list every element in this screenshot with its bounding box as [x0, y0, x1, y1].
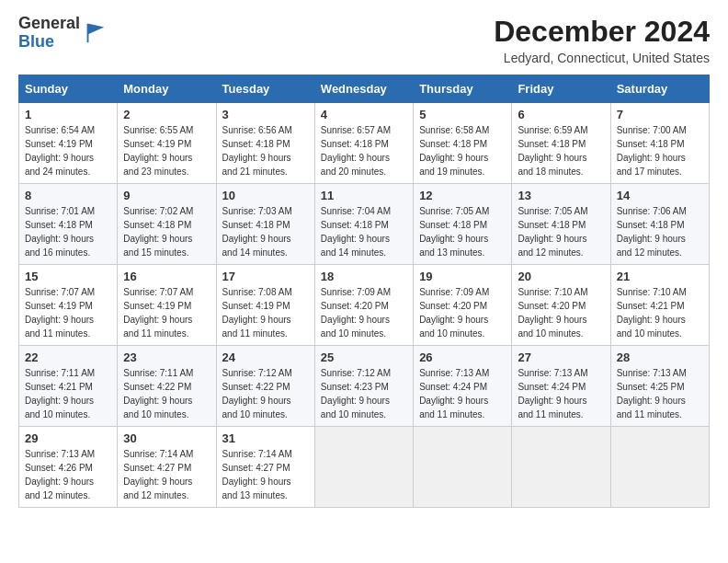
calendar-table: SundayMondayTuesdayWednesdayThursdayFrid… — [18, 75, 710, 508]
day-number: 4 — [321, 108, 407, 121]
calendar-week-1: 1Sunrise: 6:54 AMSunset: 4:19 PMDaylight… — [19, 103, 710, 184]
calendar-cell: 2Sunrise: 6:55 AMSunset: 4:19 PMDaylight… — [118, 103, 216, 184]
calendar-cell: 25Sunrise: 7:12 AMSunset: 4:23 PMDayligh… — [314, 346, 413, 427]
day-info: Sunrise: 7:14 AMSunset: 4:27 PMDaylight:… — [222, 447, 309, 502]
day-info: Sunrise: 7:10 AMSunset: 4:21 PMDaylight:… — [617, 285, 703, 340]
day-info: Sunrise: 6:57 AMSunset: 4:18 PMDaylight:… — [321, 123, 407, 178]
day-info: Sunrise: 7:14 AMSunset: 4:27 PMDaylight:… — [123, 447, 210, 502]
column-header-sunday: Sunday — [19, 75, 118, 103]
day-number: 7 — [617, 108, 703, 121]
day-info: Sunrise: 6:55 AMSunset: 4:19 PMDaylight:… — [123, 123, 210, 178]
day-info: Sunrise: 7:03 AMSunset: 4:18 PMDaylight:… — [222, 204, 309, 259]
day-info: Sunrise: 7:05 AMSunset: 4:18 PMDaylight:… — [518, 204, 604, 259]
day-info: Sunrise: 7:13 AMSunset: 4:25 PMDaylight:… — [617, 366, 703, 421]
day-number: 21 — [617, 270, 703, 283]
day-info: Sunrise: 7:05 AMSunset: 4:18 PMDaylight:… — [419, 204, 506, 259]
calendar-week-5: 29Sunrise: 7:13 AMSunset: 4:26 PMDayligh… — [19, 427, 710, 508]
calendar-cell: 14Sunrise: 7:06 AMSunset: 4:18 PMDayligh… — [610, 184, 709, 265]
day-number: 8 — [25, 189, 111, 202]
calendar-cell: 1Sunrise: 6:54 AMSunset: 4:19 PMDaylight… — [19, 103, 118, 184]
day-info: Sunrise: 7:11 AMSunset: 4:22 PMDaylight:… — [123, 366, 210, 421]
day-number: 28 — [617, 350, 703, 364]
calendar-cell: 11Sunrise: 7:04 AMSunset: 4:18 PMDayligh… — [314, 184, 413, 265]
calendar-cell: 30Sunrise: 7:14 AMSunset: 4:27 PMDayligh… — [118, 427, 216, 508]
calendar-cell: 17Sunrise: 7:08 AMSunset: 4:19 PMDayligh… — [216, 265, 314, 346]
calendar-cell: 26Sunrise: 7:13 AMSunset: 4:24 PMDayligh… — [414, 346, 512, 427]
title-area: December 2024 Ledyard, Connecticut, Unit… — [494, 15, 710, 65]
calendar-cell — [314, 427, 413, 508]
calendar-cell — [512, 427, 610, 508]
calendar-subtitle: Ledyard, Connecticut, United States — [494, 51, 710, 65]
calendar-cell: 23Sunrise: 7:11 AMSunset: 4:22 PMDayligh… — [118, 346, 216, 427]
day-number: 14 — [617, 189, 703, 202]
calendar-cell: 6Sunrise: 6:59 AMSunset: 4:18 PMDaylight… — [512, 103, 610, 184]
calendar-body: 1Sunrise: 6:54 AMSunset: 4:19 PMDaylight… — [19, 103, 710, 508]
day-number: 29 — [25, 431, 111, 445]
day-info: Sunrise: 6:58 AMSunset: 4:18 PMDaylight:… — [419, 123, 506, 178]
day-info: Sunrise: 7:10 AMSunset: 4:20 PMDaylight:… — [518, 285, 604, 340]
day-number: 17 — [222, 270, 309, 283]
day-number: 6 — [518, 108, 604, 121]
day-info: Sunrise: 7:04 AMSunset: 4:18 PMDaylight:… — [321, 204, 407, 259]
calendar-title: December 2024 — [494, 15, 710, 49]
day-number: 11 — [321, 189, 407, 202]
day-number: 16 — [123, 270, 210, 283]
day-number: 1 — [25, 108, 111, 121]
day-info: Sunrise: 6:56 AMSunset: 4:18 PMDaylight:… — [222, 123, 309, 178]
day-info: Sunrise: 6:59 AMSunset: 4:18 PMDaylight:… — [518, 123, 604, 178]
calendar-cell: 8Sunrise: 7:01 AMSunset: 4:18 PMDaylight… — [19, 184, 118, 265]
day-number: 23 — [123, 350, 210, 364]
day-number: 15 — [25, 270, 111, 283]
calendar-cell: 12Sunrise: 7:05 AMSunset: 4:18 PMDayligh… — [414, 184, 512, 265]
column-header-friday: Friday — [512, 75, 610, 103]
day-info: Sunrise: 7:08 AMSunset: 4:19 PMDaylight:… — [222, 285, 309, 340]
day-number: 22 — [25, 350, 111, 364]
column-header-monday: Monday — [118, 75, 216, 103]
day-info: Sunrise: 7:13 AMSunset: 4:24 PMDaylight:… — [518, 366, 604, 421]
day-number: 27 — [518, 350, 604, 364]
day-info: Sunrise: 7:02 AMSunset: 4:18 PMDaylight:… — [123, 204, 210, 259]
calendar-cell: 29Sunrise: 7:13 AMSunset: 4:26 PMDayligh… — [19, 427, 118, 508]
calendar-cell: 7Sunrise: 7:00 AMSunset: 4:18 PMDaylight… — [610, 103, 709, 184]
calendar-cell: 22Sunrise: 7:11 AMSunset: 4:21 PMDayligh… — [19, 346, 118, 427]
day-number: 26 — [419, 350, 506, 364]
calendar-header: General Blue December 2024 Ledyard, Conn… — [18, 15, 710, 65]
calendar-cell: 3Sunrise: 6:56 AMSunset: 4:18 PMDaylight… — [216, 103, 314, 184]
calendar-week-4: 22Sunrise: 7:11 AMSunset: 4:21 PMDayligh… — [19, 346, 710, 427]
day-info: Sunrise: 7:11 AMSunset: 4:21 PMDaylight:… — [25, 366, 111, 421]
day-info: Sunrise: 7:00 AMSunset: 4:18 PMDaylight:… — [617, 123, 703, 178]
calendar-header-row: SundayMondayTuesdayWednesdayThursdayFrid… — [19, 75, 710, 103]
day-info: Sunrise: 6:54 AMSunset: 4:19 PMDaylight:… — [25, 123, 111, 178]
day-number: 9 — [123, 189, 210, 202]
day-number: 20 — [518, 270, 604, 283]
calendar-cell — [610, 427, 709, 508]
day-number: 2 — [123, 108, 210, 121]
day-info: Sunrise: 7:07 AMSunset: 4:19 PMDaylight:… — [123, 285, 210, 340]
day-info: Sunrise: 7:09 AMSunset: 4:20 PMDaylight:… — [321, 285, 407, 340]
calendar-cell: 18Sunrise: 7:09 AMSunset: 4:20 PMDayligh… — [314, 265, 413, 346]
logo: General Blue — [18, 15, 108, 52]
logo-general: General — [18, 14, 80, 32]
day-info: Sunrise: 7:01 AMSunset: 4:18 PMDaylight:… — [25, 204, 111, 259]
calendar-cell: 21Sunrise: 7:10 AMSunset: 4:21 PMDayligh… — [610, 265, 709, 346]
day-info: Sunrise: 7:07 AMSunset: 4:19 PMDaylight:… — [25, 285, 111, 340]
logo-flag-icon — [82, 20, 108, 46]
calendar-cell: 16Sunrise: 7:07 AMSunset: 4:19 PMDayligh… — [118, 265, 216, 346]
logo-blue: Blue — [18, 32, 54, 51]
day-info: Sunrise: 7:13 AMSunset: 4:24 PMDaylight:… — [419, 366, 506, 421]
day-info: Sunrise: 7:12 AMSunset: 4:23 PMDaylight:… — [321, 366, 407, 421]
calendar-cell: 13Sunrise: 7:05 AMSunset: 4:18 PMDayligh… — [512, 184, 610, 265]
calendar-cell — [414, 427, 512, 508]
calendar-cell: 15Sunrise: 7:07 AMSunset: 4:19 PMDayligh… — [19, 265, 118, 346]
column-header-saturday: Saturday — [610, 75, 709, 103]
day-number: 19 — [419, 270, 506, 283]
calendar-week-2: 8Sunrise: 7:01 AMSunset: 4:18 PMDaylight… — [19, 184, 710, 265]
day-number: 5 — [419, 108, 506, 121]
column-header-tuesday: Tuesday — [216, 75, 314, 103]
column-header-thursday: Thursday — [414, 75, 512, 103]
svg-marker-0 — [87, 24, 105, 43]
day-number: 25 — [321, 350, 407, 364]
calendar-week-3: 15Sunrise: 7:07 AMSunset: 4:19 PMDayligh… — [19, 265, 710, 346]
column-header-wednesday: Wednesday — [314, 75, 413, 103]
day-number: 18 — [321, 270, 407, 283]
